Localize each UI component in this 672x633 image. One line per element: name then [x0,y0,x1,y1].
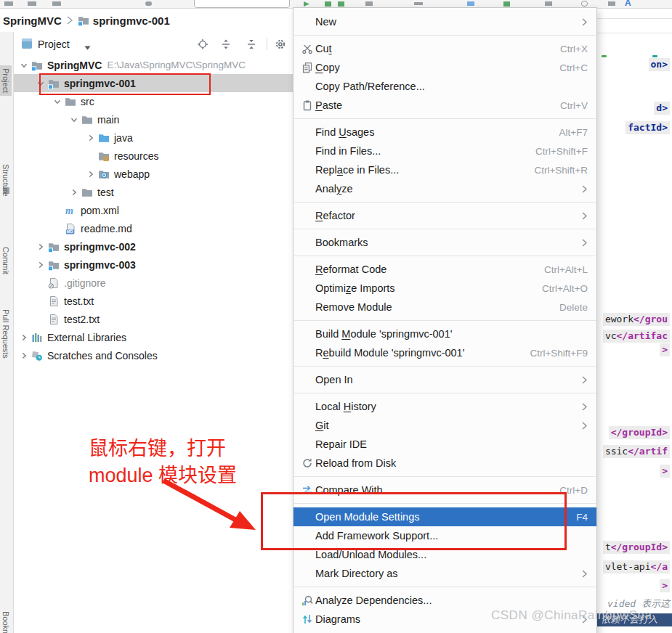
gear-icon[interactable] [274,38,286,50]
menu-item-cut[interactable]: CutCtrl+X [294,39,596,58]
tree-row-external-libraries[interactable]: External Libraries [14,328,293,346]
tree-row-pom-xml[interactable]: mpom.xml [14,201,293,219]
chevron-spacer [49,219,65,237]
menu-item-copy[interactable]: CopyCtrl+C [294,58,596,77]
menu-item-label: Compare With... [315,484,392,496]
chevron-right-icon[interactable] [83,165,98,183]
menu-item-shortcut: Ctrl+C [545,62,588,73]
locate-file-icon[interactable] [196,38,209,50]
menu-item-replace-in-files[interactable]: Replace in Files...Ctrl+Shift+R [294,160,596,179]
menu-icon-spacer [299,281,315,295]
submenu-arrow-icon [581,421,588,430]
annotation-text: 鼠标右键，打开 module 模块设置 [89,436,237,489]
menu-item-label: Find Usages [315,126,374,138]
menu-item-bookmarks[interactable]: Bookmarks [294,233,596,252]
tree-row-test2-txt[interactable]: test2.txt [14,310,293,328]
expand-all-icon[interactable] [219,38,232,50]
breadcrumb-project[interactable]: SpringMVC [3,15,62,27]
toolbar-icon [365,1,373,6]
menu-item-mark-directory-as[interactable]: Mark Directory as [294,564,596,583]
tree-row-springmvc-003[interactable]: springmvc-003 [14,256,293,274]
code-line: ework</grou [603,313,670,326]
tree-row-main[interactable]: main [14,110,293,128]
tree-row-test-txt[interactable]: test.txt [14,292,293,310]
code-line: factId> [626,121,670,134]
menu-icon-spacer [299,437,315,452]
menu-item-label: Repair IDE [315,438,367,450]
chevron-down-icon[interactable] [16,56,31,74]
scratches-icon [31,346,47,364]
code-segment: vc [605,330,617,341]
submenu-arrow-icon [581,238,588,248]
tree-row-src[interactable]: src [14,92,293,110]
menu-item-reload-from-disk[interactable]: Reload from Disk [294,454,596,473]
chevron-down-icon[interactable] [49,92,65,110]
menu-item-analyze[interactable]: Analyze [294,179,596,198]
menu-separator [294,118,596,119]
menu-item-copy-path-reference[interactable]: Copy Path/Reference... [294,77,596,96]
chevron-right-icon[interactable] [83,128,98,147]
chevron-down-icon[interactable] [33,74,48,92]
menu-item-remove-module[interactable]: Remove ModuleDelete [294,298,596,316]
menu-item-find-usages[interactable]: Find UsagesAlt+F7 [294,123,596,142]
tree-row--gitignore[interactable]: .gitignore [14,274,293,292]
reload-icon [299,456,315,470]
menu-item-rebuild-module-springmvc-001[interactable]: Rebuild Module 'springmvc-001'Ctrl+Shift… [294,343,596,362]
resources-folder-icon [98,147,114,165]
chevron-right-icon[interactable] [16,328,31,346]
code-line: > [660,343,670,356]
chevron-right-icon[interactable] [16,346,31,364]
submenu-arrow-icon [581,402,588,412]
folder-icon [65,92,81,110]
run-configuration-select[interactable] [194,0,290,8]
menu-icon-spacer [299,528,315,543]
menu-item-local-history[interactable]: Local History [294,397,596,416]
tree-row-springmvc-001[interactable]: springmvc-001 [14,74,293,92]
tool-stripe-project[interactable]: Project [0,65,12,96]
menu-item-paste[interactable]: PasteCtrl+V [294,96,596,115]
menu-item-analyze-dependencies[interactable]: Analyze Dependencies... [294,591,596,610]
menu-item-build-module-springmvc-001[interactable]: Build Module 'springmvc-001' [294,324,596,343]
menu-icon-spacer [299,566,315,581]
menu-item-git[interactable]: Git [294,416,596,435]
run-button[interactable] [304,1,309,7]
inspection-mark [602,55,607,57]
tree-row-springmvc-002[interactable]: springmvc-002 [14,237,293,256]
tree-row-springmvc[interactable]: SpringMVCE:\Java\SpringMVC\SpringMVC [14,56,293,74]
tool-stripe-structure[interactable]: Structure [1,164,10,197]
tree-row-test[interactable]: test [14,183,293,201]
chevron-down-icon[interactable] [66,110,81,128]
tree-item-label: springmvc-002 [64,241,136,253]
tool-stripe-commit[interactable]: Commit [1,247,10,274]
menu-item-open-module-settings[interactable]: Open Module SettingsF4 [294,507,596,526]
menu-item-load-unload-modules[interactable]: Load/Unload Modules... [294,545,596,564]
breadcrumb-module[interactable]: springmvc-001 [93,15,170,27]
tree-row-java[interactable]: java [14,128,293,147]
menu-item-open-in[interactable]: Open In [294,370,596,389]
menu-item-find-in-files[interactable]: Find in Files...Ctrl+Shift+F [294,142,596,160]
menu-item-repair-ide[interactable]: Repair IDE [294,435,596,454]
tree-row-webapp[interactable]: webapp [14,165,293,183]
dropdown-arrow-icon[interactable] [84,41,92,54]
menu-item-add-framework-support[interactable]: Add Framework Support... [294,526,596,545]
menu-item-compare-with[interactable]: Compare With...Ctrl+D [294,481,596,499]
menu-separator [294,320,596,321]
tree-item-label: src [81,96,94,107]
menu-item-new[interactable]: New [294,12,596,31]
menu-item-refactor[interactable]: Refactor [294,206,596,225]
debug-button[interactable] [325,1,331,7]
menu-item-optimize-imports[interactable]: Optimize ImportsCtrl+Alt+O [294,279,596,298]
tool-stripe-bookmarks[interactable]: Bookmarks [1,611,10,633]
chevron-right-icon[interactable] [33,256,48,274]
tree-row-scratches-and-consoles[interactable]: Scratches and Consoles [14,346,293,364]
chevron-right-icon[interactable] [33,237,48,256]
tool-stripe-pull-requests[interactable]: Pull Requests [1,309,10,359]
menu-item-reformat-code[interactable]: Reformat CodeCtrl+Alt+L [294,260,596,279]
panel-title[interactable]: Project [38,38,70,50]
collapse-all-icon[interactable] [245,38,257,50]
tree-row-resources[interactable]: resources [14,147,293,165]
code-segment: ework [605,314,633,324]
chevron-right-icon[interactable] [66,183,81,201]
code-line: vlet-api</a [603,560,670,573]
tree-row-readme-md[interactable]: MDreadme.md [14,219,293,237]
